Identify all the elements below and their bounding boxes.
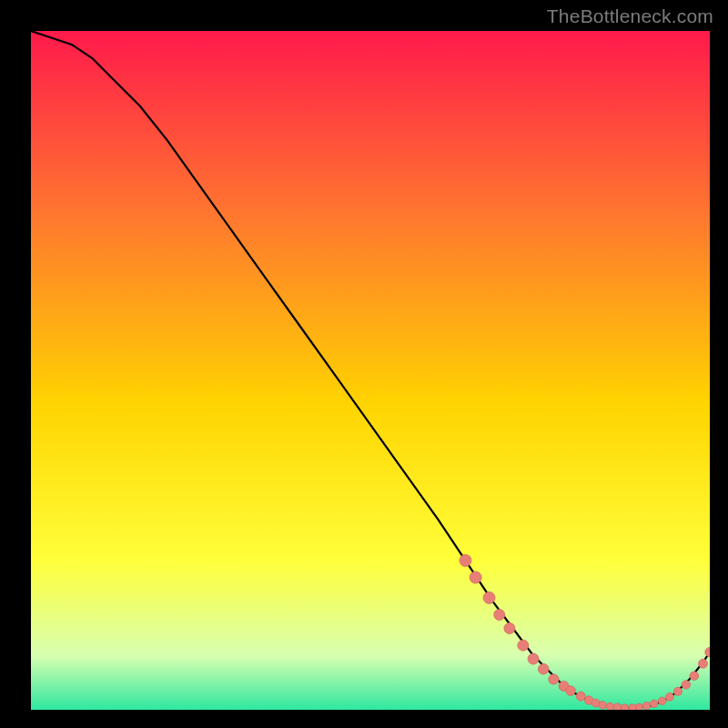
data-marker bbox=[651, 700, 658, 707]
data-marker bbox=[635, 703, 642, 710]
data-marker bbox=[658, 697, 666, 705]
data-marker bbox=[538, 663, 549, 674]
data-marker bbox=[690, 672, 699, 681]
data-marker bbox=[599, 701, 607, 709]
chart-frame: TheBottleneck.com bbox=[0, 0, 728, 728]
data-marker bbox=[528, 653, 539, 664]
data-marker bbox=[504, 622, 515, 633]
data-marker bbox=[549, 674, 559, 684]
data-marker bbox=[629, 704, 636, 710]
gradient-background bbox=[31, 31, 710, 710]
chart-svg bbox=[31, 31, 710, 710]
data-marker bbox=[613, 703, 621, 710]
data-marker bbox=[576, 692, 585, 701]
data-marker bbox=[494, 610, 505, 621]
data-marker bbox=[622, 704, 629, 710]
data-marker bbox=[673, 687, 682, 695]
plot-area bbox=[31, 31, 710, 710]
attribution-text: TheBottleneck.com bbox=[547, 5, 713, 27]
data-marker bbox=[566, 686, 576, 696]
data-marker bbox=[606, 703, 613, 710]
data-marker bbox=[643, 702, 651, 709]
data-marker bbox=[483, 592, 495, 603]
data-marker bbox=[470, 571, 481, 583]
data-marker bbox=[460, 554, 471, 566]
data-marker bbox=[682, 681, 690, 689]
data-marker bbox=[666, 693, 674, 701]
data-marker bbox=[518, 640, 529, 651]
data-marker bbox=[699, 659, 708, 668]
